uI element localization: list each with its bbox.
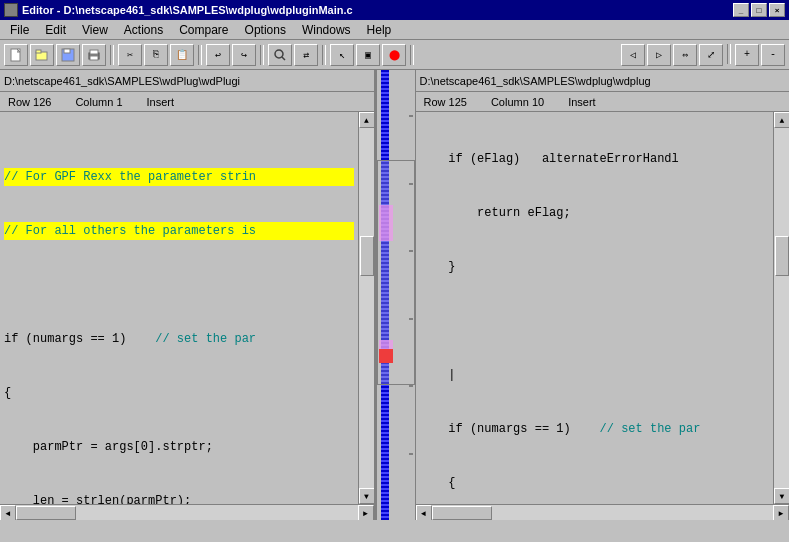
- menu-windows[interactable]: Windows: [294, 22, 359, 38]
- right-scroll-up[interactable]: ▲: [774, 112, 789, 128]
- compare-next-button[interactable]: ▷: [647, 44, 671, 66]
- maximize-button[interactable]: □: [751, 3, 767, 17]
- panes-container: D:\netscape461_sdk\SAMPLES\wdPlug\wdPlug…: [0, 70, 789, 520]
- left-code-area: // For GPF Rexx the parameter strin // F…: [0, 112, 374, 504]
- menu-actions[interactable]: Actions: [116, 22, 171, 38]
- right-line-6: if (numargs == 1) // set the par: [420, 420, 770, 438]
- toolbar-sep-5: [410, 45, 414, 65]
- minimize-button[interactable]: _: [733, 3, 749, 17]
- right-code-content[interactable]: if (eFlag) alternateErrorHandl return eF…: [416, 112, 774, 504]
- editor-area: D:\netscape461_sdk\SAMPLES\wdPlug\wdPlug…: [0, 70, 789, 520]
- redo-button[interactable]: ↪: [232, 44, 256, 66]
- left-col: Column 1: [75, 96, 122, 108]
- left-scroll-h-track[interactable]: [16, 505, 358, 520]
- new-button[interactable]: [4, 44, 28, 66]
- menu-compare[interactable]: Compare: [171, 22, 236, 38]
- left-scroll-down[interactable]: ▼: [359, 488, 374, 504]
- paste-button[interactable]: 📋: [170, 44, 194, 66]
- right-scroll-h-track[interactable]: [432, 505, 774, 520]
- title-bar: Editor - D:\netscape461_sdk\SAMPLES\wdpl…: [0, 0, 789, 20]
- left-scrollbar-v[interactable]: ▲ ▼: [358, 112, 374, 504]
- left-line-6: parmPtr = args[0].strptr;: [4, 438, 354, 456]
- right-status-bar: Row 125 Column 10 Insert: [416, 92, 790, 112]
- svg-rect-4: [64, 49, 70, 53]
- app-icon: [4, 3, 18, 17]
- right-pane: D:\netscape461_sdk\SAMPLES\wdplug\wdplug…: [416, 70, 790, 520]
- open-button[interactable]: [30, 44, 54, 66]
- new-icon: [9, 48, 23, 62]
- minimap-content: [377, 70, 415, 520]
- right-scroll-down[interactable]: ▼: [774, 488, 789, 504]
- right-line-1: if (eFlag) alternateErrorHandl: [420, 150, 770, 168]
- compare-prev-button[interactable]: ◁: [621, 44, 645, 66]
- title-text: Editor - D:\netscape461_sdk\SAMPLES\wdpl…: [22, 4, 733, 16]
- close-button[interactable]: ×: [769, 3, 785, 17]
- right-line-5: |: [420, 366, 770, 384]
- left-line-4: if (numargs == 1) // set the par: [4, 330, 354, 348]
- open-icon: [35, 48, 49, 62]
- copy-button[interactable]: ⎘: [144, 44, 168, 66]
- menu-edit[interactable]: Edit: [37, 22, 74, 38]
- left-scroll-left[interactable]: ◄: [0, 505, 16, 520]
- svg-rect-6: [90, 50, 98, 54]
- left-scrollbar-h[interactable]: ◄ ►: [0, 504, 374, 520]
- find-icon: [273, 48, 287, 62]
- right-line-7: {: [420, 474, 770, 492]
- right-scroll-thumb[interactable]: [775, 236, 789, 276]
- zoom-out-button[interactable]: -: [761, 44, 785, 66]
- left-scroll-h-thumb[interactable]: [16, 506, 76, 520]
- svg-rect-2: [36, 50, 41, 53]
- right-scroll-left[interactable]: ◄: [416, 505, 432, 520]
- svg-rect-7: [90, 56, 98, 60]
- select-button[interactable]: ▣: [356, 44, 380, 66]
- compare-sync-button[interactable]: ⇔: [673, 44, 697, 66]
- left-scroll-up[interactable]: ▲: [359, 112, 374, 128]
- menu-bar: File Edit View Actions Compare Options W…: [0, 20, 789, 40]
- left-line-1: // For GPF Rexx the parameter strin: [4, 168, 354, 186]
- right-scrollbar-v[interactable]: ▲ ▼: [773, 112, 789, 504]
- toolbar-sep-4: [322, 45, 326, 65]
- svg-line-9: [282, 57, 285, 60]
- left-code-content[interactable]: // For GPF Rexx the parameter strin // F…: [0, 112, 358, 504]
- left-scroll-right[interactable]: ►: [358, 505, 374, 520]
- save-button[interactable]: [56, 44, 80, 66]
- left-scroll-track[interactable]: [359, 128, 374, 488]
- left-line-2: // For all others the parameters is: [4, 222, 354, 240]
- cursor-button[interactable]: ↖: [330, 44, 354, 66]
- toolbar: ✂ ⎘ 📋 ↩ ↪ ⇄ ↖ ▣ ⬤ ◁ ▷ ⇔ ⤢ + -: [0, 40, 789, 70]
- left-mode: Insert: [147, 96, 175, 108]
- left-path-bar: D:\netscape461_sdk\SAMPLES\wdPlug\wdPlug…: [0, 70, 374, 92]
- right-scroll-right[interactable]: ►: [773, 505, 789, 520]
- right-scrollbar-h[interactable]: ◄ ►: [416, 504, 790, 520]
- cut-button[interactable]: ✂: [118, 44, 142, 66]
- left-line-5: {: [4, 384, 354, 402]
- replace-button[interactable]: ⇄: [294, 44, 318, 66]
- left-row: Row 126: [8, 96, 51, 108]
- menu-view[interactable]: View: [74, 22, 116, 38]
- left-pane: D:\netscape461_sdk\SAMPLES\wdPlug\wdPlug…: [0, 70, 376, 520]
- menu-file[interactable]: File: [2, 22, 37, 38]
- menu-help[interactable]: Help: [359, 22, 400, 38]
- right-mode: Insert: [568, 96, 596, 108]
- left-scroll-thumb[interactable]: [360, 236, 374, 276]
- print-button[interactable]: [82, 44, 106, 66]
- right-line-3: }: [420, 258, 770, 276]
- right-path: D:\netscape461_sdk\SAMPLES\wdplug\wdplug: [420, 75, 651, 87]
- left-line-3: [4, 276, 354, 294]
- menu-options[interactable]: Options: [237, 22, 294, 38]
- zoom-in-button[interactable]: +: [735, 44, 759, 66]
- right-row: Row 125: [424, 96, 467, 108]
- find-button[interactable]: [268, 44, 292, 66]
- record-button[interactable]: ⬤: [382, 44, 406, 66]
- toolbar-sep-2: [198, 45, 202, 65]
- minimap-ticks: [409, 70, 413, 520]
- right-line-2: return eFlag;: [420, 204, 770, 222]
- right-scroll-track[interactable]: [774, 128, 789, 488]
- undo-button[interactable]: ↩: [206, 44, 230, 66]
- right-scroll-h-thumb[interactable]: [432, 506, 492, 520]
- left-line-7: len = strlen(parmPtr);: [4, 492, 354, 504]
- window-controls: _ □ ×: [733, 3, 785, 17]
- save-icon: [61, 48, 75, 62]
- compare-merge-button[interactable]: ⤢: [699, 44, 723, 66]
- right-code-area: if (eFlag) alternateErrorHandl return eF…: [416, 112, 790, 504]
